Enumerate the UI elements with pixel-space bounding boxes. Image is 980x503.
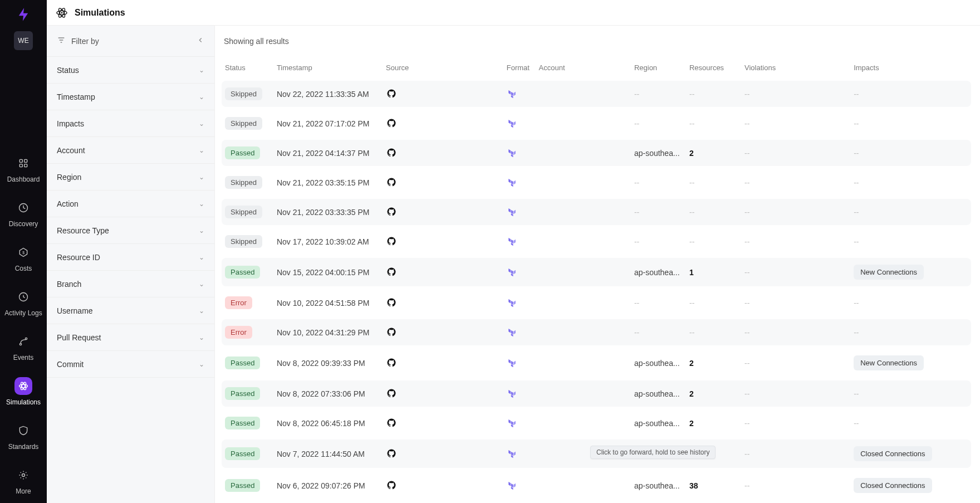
filter-commit[interactable]: Commit⌄: [47, 351, 214, 378]
col-region: Region: [631, 60, 686, 77]
cell-impacts: Closed Connections: [850, 439, 971, 468]
svg-marker-60: [508, 390, 511, 394]
cell-source: [383, 319, 503, 345]
cell-violations: --: [741, 290, 850, 316]
filter-label: Account: [57, 146, 85, 155]
filter-username[interactable]: Username⌄: [47, 297, 214, 324]
svg-marker-28: [508, 149, 511, 154]
filter-label: Resource ID: [57, 253, 100, 262]
cell-account: [536, 258, 631, 286]
cell-resources: 2: [686, 140, 741, 166]
cell-resources: 2: [686, 410, 741, 436]
status-badge: Error: [225, 296, 252, 309]
cell-region: ap-southea...: [631, 380, 686, 407]
table-row[interactable]: PassedNov 8, 2022 07:33:06 PMap-southea.…: [222, 380, 971, 407]
filter-region[interactable]: Region⌄: [47, 164, 214, 191]
svg-text:$: $: [22, 251, 24, 255]
cell-region: ap-southea...: [631, 258, 686, 286]
cell-status: Passed: [222, 140, 273, 166]
table-row[interactable]: SkippedNov 21, 2022 07:17:02 PM--------: [222, 110, 971, 136]
table-row[interactable]: ErrorNov 10, 2022 04:51:58 PM--------: [222, 290, 971, 316]
github-icon: [386, 118, 397, 129]
nav-icon: $: [14, 243, 32, 261]
cell-status: Passed: [222, 439, 273, 468]
cell-timestamp: Nov 21, 2022 04:14:37 PM: [273, 140, 383, 166]
filter-pull-request[interactable]: Pull Request⌄: [47, 324, 214, 351]
cell-resources: --: [686, 110, 741, 136]
nav-discovery[interactable]: Discovery: [4, 191, 42, 236]
cell-account: [536, 199, 631, 225]
cell-violations: --: [741, 410, 850, 436]
table-row[interactable]: PassedNov 8, 2022 06:45:18 PMap-southea.…: [222, 410, 971, 436]
filter-status[interactable]: Status⌄: [47, 57, 214, 84]
workspace-avatar[interactable]: WE: [14, 31, 33, 50]
svg-marker-40: [508, 238, 511, 242]
table-row[interactable]: SkippedNov 22, 2022 11:33:35 AM--------: [222, 81, 971, 107]
col-format: Format: [503, 60, 536, 77]
table-row[interactable]: SkippedNov 17, 2022 10:39:02 AM--------: [222, 228, 971, 255]
nav-label: Dashboard: [7, 175, 40, 183]
nav-icon: [14, 377, 32, 395]
cell-timestamp: Nov 21, 2022 03:35:15 PM: [273, 169, 383, 196]
status-badge: Passed: [225, 146, 260, 159]
svg-marker-34: [513, 180, 516, 184]
svg-point-7: [19, 343, 21, 345]
table-row[interactable]: SkippedNov 21, 2022 03:33:35 PM--------: [222, 199, 971, 225]
cell-violations: --: [741, 140, 850, 166]
chevron-down-icon: ⌄: [199, 93, 204, 101]
nav-events[interactable]: Events: [4, 325, 42, 369]
filter-timestamp[interactable]: Timestamp⌄: [47, 84, 214, 110]
nav-standards[interactable]: Standards: [4, 414, 42, 458]
cell-resources: --: [686, 228, 741, 255]
chevron-down-icon: ⌄: [199, 120, 204, 128]
cell-impacts: --: [850, 290, 971, 316]
nav-simulations[interactable]: Simulations: [4, 369, 42, 414]
table-row[interactable]: PassedNov 6, 2022 09:07:26 PMap-southea.…: [222, 471, 971, 500]
cell-status: Skipped: [222, 110, 273, 136]
cell-source: [383, 140, 503, 166]
svg-marker-74: [513, 483, 516, 487]
filter-resource-type[interactable]: Resource Type⌄: [47, 217, 214, 244]
nav-costs[interactable]: $Costs: [4, 236, 42, 280]
collapse-sidebar-button[interactable]: [197, 36, 204, 46]
nav-dashboard[interactable]: Dashboard: [4, 146, 42, 191]
filter-account[interactable]: Account⌄: [47, 137, 214, 164]
cell-timestamp: Nov 8, 2022 06:45:18 PM: [273, 410, 383, 436]
terraform-icon: [507, 236, 518, 247]
cell-impacts: --: [850, 228, 971, 255]
col-resources: Resources: [686, 60, 741, 77]
nav-icon: [14, 333, 32, 350]
bolt-icon: [16, 7, 31, 22]
table-row[interactable]: PassedNov 15, 2022 04:00:15 PMap-southea…: [222, 258, 971, 286]
svg-rect-0: [19, 159, 22, 162]
cell-format: [503, 319, 536, 345]
brand-logo: [14, 6, 32, 23]
status-badge: Skipped: [225, 176, 262, 189]
chevron-down-icon: ⌄: [199, 360, 204, 368]
filter-action[interactable]: Action⌄: [47, 191, 214, 217]
svg-marker-54: [513, 330, 516, 334]
filter-impacts[interactable]: Impacts⌄: [47, 110, 214, 137]
filter-resource-id[interactable]: Resource ID⌄: [47, 244, 214, 271]
table-row[interactable]: ErrorNov 10, 2022 04:31:29 PM--------: [222, 319, 971, 345]
table-row[interactable]: SkippedNov 21, 2022 03:35:15 PM--------: [222, 169, 971, 196]
terraform-icon: [507, 326, 518, 338]
table-row[interactable]: PassedNov 8, 2022 09:39:33 PMap-southea.…: [222, 349, 971, 377]
svg-marker-32: [508, 179, 511, 183]
nav-activity-logs[interactable]: Activity Logs: [4, 280, 42, 325]
status-badge: Skipped: [225, 117, 262, 130]
svg-marker-66: [513, 421, 516, 425]
svg-marker-36: [508, 208, 511, 213]
cell-status: Passed: [222, 258, 273, 286]
filter-branch[interactable]: Branch⌄: [47, 271, 214, 297]
cell-account: [536, 228, 631, 255]
status-badge: Passed: [225, 447, 260, 460]
cell-status: Skipped: [222, 199, 273, 225]
cell-timestamp: Nov 17, 2022 10:39:02 AM: [273, 228, 383, 255]
cell-region: ap-southea...: [631, 140, 686, 166]
svg-point-16: [61, 12, 63, 13]
nav-more[interactable]: More: [4, 458, 42, 503]
cell-impacts: --: [850, 169, 971, 196]
table-row[interactable]: PassedNov 21, 2022 04:14:37 PMap-southea…: [222, 140, 971, 166]
cell-violations: --: [741, 169, 850, 196]
